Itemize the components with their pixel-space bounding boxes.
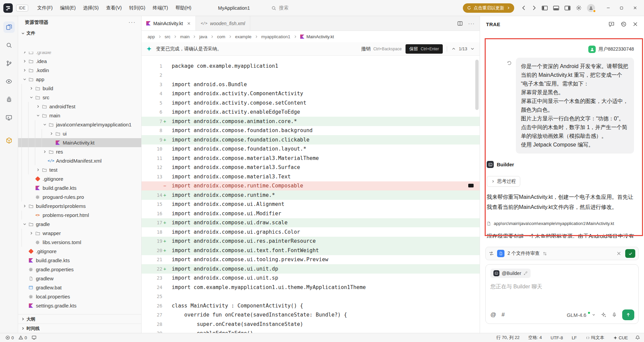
close-tab-icon[interactable] xyxy=(187,21,191,25)
code-line[interactable]: 12import androidx.compose.material3.Surf… xyxy=(142,163,480,172)
activity-preview-icon[interactable] xyxy=(3,76,15,87)
code-line[interactable]: 27 override fun onCreate(savedInstanceSt… xyxy=(142,310,480,320)
code-line[interactable]: 25 xyxy=(142,292,480,301)
tabbar-more-icon[interactable]: ··· xyxy=(468,21,475,26)
code-line[interactable]: 29 enableEdgeToEdge() xyxy=(142,329,480,333)
problems-warnings[interactable]: 0 xyxy=(17,335,28,340)
close-panel-icon[interactable] xyxy=(633,21,638,27)
menu-item[interactable]: 编辑(E) xyxy=(57,3,79,13)
code-line[interactable]: 22+import androidx.compose.ui.unit.dp xyxy=(142,264,480,274)
tree-item-.kotlin[interactable]: .kotlin xyxy=(18,66,141,75)
code-line[interactable]: 24import com.example.myapplication1.ui.t… xyxy=(142,283,480,292)
breadcrumb-item[interactable]: myapplication1 xyxy=(261,34,290,39)
tree-item-build.gradle.kts[interactable]: build.gradle.kts xyxy=(18,183,141,192)
enhance-prompt-icon[interactable] xyxy=(601,312,606,318)
activity-search-icon[interactable] xyxy=(3,40,15,51)
activity-remote-icon[interactable] xyxy=(3,112,15,123)
activity-source-control-icon[interactable] xyxy=(3,58,15,69)
tree-item-.idea[interactable]: .idea xyxy=(18,57,141,66)
code-line[interactable]: 21import androidx.compose.ui.tooling.pre… xyxy=(142,255,480,265)
code-editor[interactable]: 1package com.example.myapplication123imp… xyxy=(142,56,480,333)
code-line[interactable]: 4import androidx.activity.ComponentActiv… xyxy=(142,89,480,99)
code-line[interactable]: 3import android.os.Bundle xyxy=(142,80,480,89)
microphone-icon[interactable] xyxy=(612,312,617,318)
next-change-button[interactable] xyxy=(470,46,475,51)
forward-button[interactable] xyxy=(531,5,537,11)
tree-item-wrapper[interactable]: wrapper xyxy=(18,229,141,238)
problems-errors[interactable]: 0 xyxy=(4,335,15,340)
toggle-right-panel-icon[interactable] xyxy=(565,5,571,11)
editor-tab-wooden_fish.xml[interactable]: </>wooden_fish.xml xyxy=(196,16,250,31)
diff-review-icon[interactable] xyxy=(489,251,494,256)
code-line[interactable]: 23import androidx.compose.ui.unit.sp xyxy=(142,274,480,283)
code-line[interactable]: 14+import androidx.compose.runtime.* xyxy=(142,190,480,200)
activity-extensions-icon[interactable] xyxy=(3,135,15,146)
code-line[interactable]: 28 super.onCreate(savedInstanceState) xyxy=(142,320,480,329)
monitor-icon[interactable] xyxy=(30,335,38,340)
code-line[interactable]: 11import androidx.compose.material3.Mate… xyxy=(142,154,480,163)
code-line[interactable]: 9+import androidx.compose.foundation.cli… xyxy=(142,135,480,145)
tree-item-build[interactable]: build xyxy=(18,84,141,93)
outline-section-header[interactable]: 大纲 xyxy=(18,314,141,324)
menu-item[interactable]: 转到(G) xyxy=(126,3,148,13)
reject-all-icon[interactable] xyxy=(616,251,621,256)
tree-item-settings.gradle.kts[interactable]: settings.gradle.kts xyxy=(18,301,141,310)
tree-item-java-com-example-myapplication1[interactable]: java\com\example\myapplication1 xyxy=(18,120,141,129)
tree-item-gradle[interactable]: gradle xyxy=(18,220,141,229)
menu-item[interactable]: 选择(S) xyxy=(80,3,102,13)
tree-item-libs.versions.toml[interactable]: libs.versions.toml xyxy=(18,238,141,247)
menu-item[interactable]: 查看(V) xyxy=(103,3,125,13)
code-line[interactable]: 13import androidx.compose.material3.Text xyxy=(142,172,480,181)
tree-item-.gitignore[interactable]: .gitignore xyxy=(18,174,141,183)
send-button[interactable] xyxy=(622,309,634,320)
breadcrumb-item[interactable]: example xyxy=(235,34,252,39)
code-line[interactable]: 19+import androidx.compose.ui.res.painte… xyxy=(142,237,480,246)
prev-change-button[interactable] xyxy=(451,46,456,51)
breadcrumb-item[interactable]: app xyxy=(148,34,155,39)
files-section-header[interactable]: 文件 xyxy=(18,29,141,38)
tree-item-.gradle[interactable]: .gradle xyxy=(18,52,141,57)
code-line[interactable]: 8import androidx.compose.foundation.back… xyxy=(142,126,480,135)
menu-item[interactable]: 文件(F) xyxy=(34,3,56,13)
activity-explorer-icon[interactable] xyxy=(3,21,15,33)
tree-item-gradle.properties[interactable]: gradle.properties xyxy=(18,265,141,274)
hash-context-icon[interactable]: # xyxy=(501,311,504,318)
editor-tab-mainactivity.kt[interactable]: MainActivity.kt xyxy=(142,16,196,31)
menu-item[interactable]: 帮助(H) xyxy=(172,3,194,13)
tree-item-app[interactable]: app xyxy=(18,75,141,84)
window-minimize-button[interactable] xyxy=(602,3,614,13)
window-maximize-button[interactable] xyxy=(616,3,627,13)
tree-item-.gitignore[interactable]: .gitignore xyxy=(18,247,141,256)
tree-item-mainactivity.kt[interactable]: MainActivity.kt xyxy=(18,138,141,147)
keep-changes-button[interactable]: 保留 Ctrl+Enter xyxy=(406,44,442,54)
notifications-bell-icon[interactable] xyxy=(635,335,640,340)
chat-input-box[interactable]: @Builder 您正在与 Builder 聊天 @ # GLM-4.6 xyxy=(485,264,639,324)
accept-all-button[interactable] xyxy=(625,249,635,258)
restart-update-pill[interactable]: 点击重启以更新 xyxy=(463,3,514,13)
undo-changes-button[interactable]: 撤销 xyxy=(361,46,371,52)
explorer-more-icon[interactable]: ··· xyxy=(128,19,136,25)
toggle-bottom-panel-icon[interactable] xyxy=(553,5,559,11)
tree-item-res[interactable]: res xyxy=(18,147,141,156)
code-line[interactable]: 6import androidx.activity.enableEdgeToEd… xyxy=(142,108,480,117)
sort-updown-icon[interactable] xyxy=(543,251,547,256)
breadcrumb-current-file[interactable]: MainActivity.kt xyxy=(300,34,334,39)
restore-checkpoint-icon[interactable] xyxy=(506,60,512,66)
breadcrumb-item[interactable]: java xyxy=(199,34,207,39)
code-line[interactable]: 7+import androidx.compose.animation.core… xyxy=(142,117,480,126)
tree-item-androidmanifest.xml[interactable]: </>AndroidManifest.xml xyxy=(18,156,141,165)
chat-history-icon[interactable] xyxy=(621,21,627,27)
builder-context-chip[interactable]: @Builder xyxy=(490,269,531,278)
mention-icon[interactable]: @ xyxy=(490,311,496,318)
cue-toggle[interactable]: CUE xyxy=(612,335,629,340)
code-line[interactable]: −import androidx.compose.runtime.Composa… xyxy=(142,181,480,191)
code-line[interactable]: 20+import androidx.compose.ui.text.font.… xyxy=(142,246,480,255)
tree-item-proguard-rules.pro[interactable]: proguard-rules.pro xyxy=(18,192,141,202)
code-line[interactable]: 15import androidx.compose.ui.Alignment xyxy=(142,200,480,209)
activity-debug-icon[interactable] xyxy=(3,94,15,105)
thinking-process-chip[interactable]: 思考过程 xyxy=(487,176,520,187)
tree-item-main[interactable]: main xyxy=(18,111,141,120)
app-logo-icon[interactable] xyxy=(3,3,13,13)
code-line[interactable]: 16import androidx.compose.ui.Modifier xyxy=(142,209,480,218)
menu-item[interactable]: 终端(T) xyxy=(150,3,171,13)
